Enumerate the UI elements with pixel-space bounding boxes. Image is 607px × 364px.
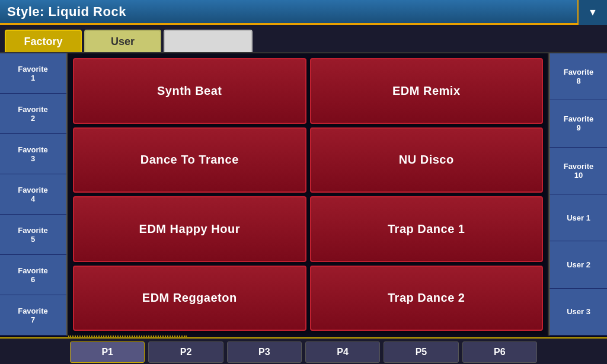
- page-p3-button[interactable]: P3: [227, 341, 302, 363]
- favorite-4-button[interactable]: Favorite4: [0, 174, 67, 215]
- style-trap-dance-1[interactable]: Trap Dance 1: [310, 196, 544, 262]
- style-nu-disco[interactable]: NU Disco: [310, 127, 544, 193]
- favorite-7-button[interactable]: Favorite7: [0, 295, 67, 336]
- tab-factory[interactable]: Factory: [5, 30, 82, 52]
- style-synth-beat[interactable]: Synth Beat: [73, 58, 306, 124]
- page-p4-button[interactable]: P4: [305, 341, 380, 363]
- header-title: Style: Liquid Rock: [7, 4, 126, 20]
- favorite-9-button[interactable]: Favorite9: [549, 100, 607, 147]
- favorite-1-button[interactable]: Favorite1: [0, 53, 67, 94]
- left-sidebar: Favorite1 Favorite2 Favorite3 Favorite4 …: [0, 53, 68, 336]
- user-3-button[interactable]: User 3: [549, 289, 607, 336]
- pagination-bar: P1 P2 P3 P4 P5 P6: [0, 337, 607, 364]
- tab-row: Factory User: [0, 25, 607, 53]
- tab-user[interactable]: User: [84, 30, 161, 52]
- style-trap-dance-2[interactable]: Trap Dance 2: [310, 266, 544, 331]
- user-2-button[interactable]: User 2: [549, 241, 607, 288]
- right-sidebar: Favorite8 Favorite9 Favorite10 User 1 Us…: [548, 53, 607, 336]
- favorite-3-button[interactable]: Favorite3: [0, 134, 67, 174]
- favorite-2-button[interactable]: Favorite2: [0, 94, 67, 134]
- favorite-6-button[interactable]: Favorite6: [0, 255, 67, 295]
- style-edm-happy-hour[interactable]: EDM Happy Hour: [73, 196, 306, 262]
- main-area: Favorite1 Favorite2 Favorite3 Favorite4 …: [0, 53, 607, 336]
- dotted-indicator: [68, 336, 187, 337]
- style-grid: Synth Beat EDM Remix Dance To Trance NU …: [68, 53, 548, 336]
- header-dropdown-button[interactable]: [577, 0, 607, 25]
- style-edm-remix[interactable]: EDM Remix: [310, 58, 544, 124]
- page-p6-button[interactable]: P6: [462, 341, 537, 363]
- style-edm-reggaeton[interactable]: EDM Reggaeton: [73, 266, 306, 331]
- favorite-10-button[interactable]: Favorite10: [549, 148, 607, 194]
- header: Style: Liquid Rock: [0, 0, 607, 25]
- style-dance-to-trance[interactable]: Dance To Trance: [73, 127, 306, 193]
- tab-empty[interactable]: [164, 30, 253, 52]
- page-p2-button[interactable]: P2: [148, 341, 223, 363]
- indicator-bar: [0, 336, 607, 337]
- favorite-8-button[interactable]: Favorite8: [549, 53, 607, 100]
- user-1-button[interactable]: User 1: [549, 194, 607, 241]
- page-p1-button[interactable]: P1: [70, 341, 145, 363]
- page-p5-button[interactable]: P5: [384, 341, 458, 363]
- favorite-5-button[interactable]: Favorite5: [0, 215, 67, 255]
